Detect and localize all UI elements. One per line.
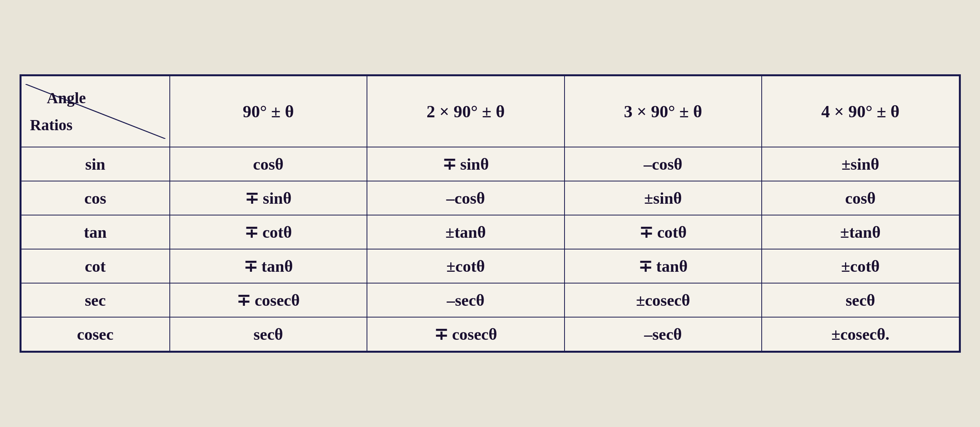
corner-angle-label: Angle	[47, 89, 86, 107]
value-cell-row0-col0: cosθ	[170, 147, 367, 181]
value-cell-row4-col0: ∓ cosecθ	[170, 283, 367, 317]
table-row: cos∓ sinθ–cosθ±sinθcosθ	[21, 181, 959, 215]
value-cell-row1-col3: cosθ	[762, 181, 959, 215]
ratio-cell-cosec: cosec	[21, 317, 170, 351]
table-row: sec∓ cosecθ–secθ±cosecθsecθ	[21, 283, 959, 317]
ratio-cell-sin: sin	[21, 147, 170, 181]
value-cell-row0-col3: ±sinθ	[762, 147, 959, 181]
col-header-3: 3 × 90° ± θ	[565, 76, 762, 147]
table-row: cosecsecθ∓ cosecθ–secθ±cosecθ.	[21, 317, 959, 351]
corner-cell: Angle Ratios	[21, 76, 170, 147]
table-row: sincosθ∓ sinθ–cosθ±sinθ	[21, 147, 959, 181]
ratio-cell-sec: sec	[21, 283, 170, 317]
value-cell-row5-col1: ∓ cosecθ	[367, 317, 565, 351]
col-header-4: 4 × 90° ± θ	[762, 76, 959, 147]
value-cell-row0-col1: ∓ sinθ	[367, 147, 565, 181]
trig-table-container: Angle Ratios 90° ± θ 2 × 90° ± θ 3 × 90°…	[20, 74, 961, 353]
value-cell-row5-col2: –secθ	[565, 317, 762, 351]
value-cell-row1-col0: ∓ sinθ	[170, 181, 367, 215]
value-cell-row3-col0: ∓ tanθ	[170, 249, 367, 283]
ratio-cell-cot: cot	[21, 249, 170, 283]
value-cell-row2-col2: ∓ cotθ	[565, 215, 762, 249]
value-cell-row0-col2: –cosθ	[565, 147, 762, 181]
table-row: cot∓ tanθ±cotθ∓ tanθ±cotθ	[21, 249, 959, 283]
value-cell-row3-col2: ∓ tanθ	[565, 249, 762, 283]
col-header-2: 2 × 90° ± θ	[367, 76, 565, 147]
col-header-1: 90° ± θ	[170, 76, 367, 147]
value-cell-row1-col1: –cosθ	[367, 181, 565, 215]
trig-table: Angle Ratios 90° ± θ 2 × 90° ± θ 3 × 90°…	[21, 75, 960, 352]
header-row: Angle Ratios 90° ± θ 2 × 90° ± θ 3 × 90°…	[21, 76, 959, 147]
ratio-cell-tan: tan	[21, 215, 170, 249]
value-cell-row3-col3: ±cotθ	[762, 249, 959, 283]
value-cell-row2-col1: ±tanθ	[367, 215, 565, 249]
value-cell-row5-col3: ±cosecθ.	[762, 317, 959, 351]
ratio-cell-cos: cos	[21, 181, 170, 215]
value-cell-row1-col2: ±sinθ	[565, 181, 762, 215]
value-cell-row2-col3: ±tanθ	[762, 215, 959, 249]
value-cell-row4-col2: ±cosecθ	[565, 283, 762, 317]
corner-ratios-label: Ratios	[30, 116, 73, 134]
value-cell-row5-col0: secθ	[170, 317, 367, 351]
value-cell-row4-col1: –secθ	[367, 283, 565, 317]
table-row: tan∓ cotθ±tanθ∓ cotθ±tanθ	[21, 215, 959, 249]
value-cell-row4-col3: secθ	[762, 283, 959, 317]
value-cell-row2-col0: ∓ cotθ	[170, 215, 367, 249]
value-cell-row3-col1: ±cotθ	[367, 249, 565, 283]
